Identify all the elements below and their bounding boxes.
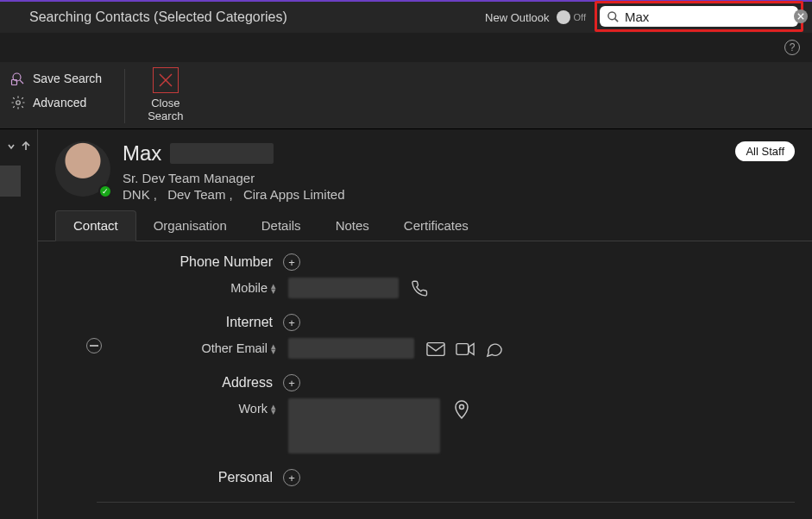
close-icon [153,67,179,93]
add-phone-button[interactable]: + [283,253,300,271]
svg-rect-12 [427,343,444,356]
address-label[interactable]: Work ▴▾ [38,398,276,416]
svg-line-5 [20,80,23,84]
up-arrow-icon [21,141,31,152]
section-personal: Personal + [38,469,795,486]
tab-notes[interactable]: Notes [318,211,387,241]
category-badge[interactable]: All Staff [735,141,795,161]
section-divider [97,502,795,503]
add-internet-button[interactable]: + [283,314,300,331]
map-pin-icon[interactable] [452,400,471,419]
job-title: Sr. Dev Team Manager [123,171,723,185]
help-icon[interactable]: ? [784,40,800,55]
tab-organisation[interactable]: Organisation [136,211,244,241]
advanced-button[interactable]: Advanced [10,95,102,110]
tab-contact[interactable]: Contact [55,210,136,241]
contact-details: Phone Number + Mobile ▴▾ [38,241,812,519]
save-search-label: Save Search [33,72,102,85]
advanced-label: Advanced [33,96,86,109]
section-phone-title: Phone Number [179,254,273,270]
clear-search-button[interactable] [794,9,808,23]
tab-details[interactable]: Details [244,211,318,241]
sidebar-expand[interactable] [7,141,31,152]
search-highlight-box [595,1,803,32]
call-icon[interactable] [411,279,430,298]
svg-point-7 [16,101,21,105]
presence-badge-icon [98,184,112,198]
toggle-knob-icon [557,10,570,24]
phone-value-redacted[interactable] [288,278,399,298]
address-value-redacted[interactable] [288,398,440,453]
svg-point-15 [460,405,464,410]
svg-point-0 [608,11,616,19]
email-label[interactable]: Other Email ▴▾ [38,338,276,355]
window-title: Searching Contacts (Selected Categories) [29,9,287,25]
section-internet: Internet + Other Email ▴▾ [38,314,795,359]
org-path: DNK , Dev Team , Cira Apps Limited [123,187,723,202]
tabs: Contact Organisation Details Notes Certi… [38,210,812,241]
section-phone: Phone Number + Mobile ▴▾ [38,253,795,298]
add-address-button[interactable]: + [283,374,300,391]
avatar[interactable] [55,141,110,197]
help-row: ? [0,33,812,62]
search-input[interactable] [625,9,789,24]
phone-label[interactable]: Mobile ▴▾ [38,278,276,295]
dropdown-icon: ▴▾ [271,282,276,294]
dropdown-icon: ▴▾ [271,403,276,415]
sidebar [0,129,38,519]
section-personal-title: Personal [218,470,273,485]
close-search-button[interactable]: CloseSearch [148,67,183,122]
search-icon [607,10,620,23]
title-bar: Searching Contacts (Selected Categories)… [0,0,812,33]
section-address: Address + Work ▴▾ [38,374,795,453]
dropdown-icon: ▴▾ [271,342,276,354]
section-address-title: Address [222,375,273,391]
svg-rect-13 [456,344,469,355]
chat-icon[interactable] [485,340,504,359]
tab-certificates[interactable]: Certificates [387,211,486,241]
new-outlook-toggle[interactable]: New Outlook Off [485,10,586,24]
section-internet-title: Internet [226,315,273,330]
email-value-redacted[interactable] [288,338,414,359]
svg-marker-14 [469,344,475,355]
contact-pane: Max Sr. Dev Team Manager DNK , Dev Team … [38,129,812,519]
search-box[interactable] [600,6,798,27]
sidebar-selection[interactable] [0,166,21,197]
remove-email-button[interactable] [86,338,102,353]
ribbon: Save Search Advanced CloseSearch [0,62,812,129]
save-search-button[interactable]: Save Search [10,71,102,86]
ribbon-divider [124,69,125,123]
new-outlook-label: New Outlook [485,11,549,24]
video-icon[interactable] [456,340,475,359]
svg-line-1 [614,18,618,22]
toggle-state: Off [574,12,586,22]
add-personal-button[interactable]: + [283,469,300,486]
mail-icon[interactable] [426,340,445,359]
contact-last-name-redacted [170,143,274,164]
contact-first-name: Max [123,141,161,166]
